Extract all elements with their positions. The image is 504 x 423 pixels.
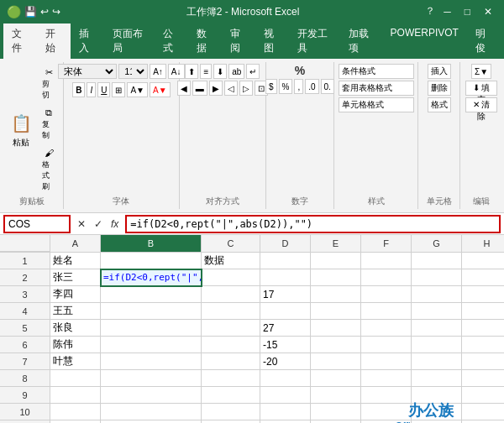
cell-e1[interactable] xyxy=(311,253,361,269)
col-header-a[interactable]: A xyxy=(50,235,101,252)
quick-access-save[interactable]: 💾 xyxy=(24,6,37,18)
cell-d6[interactable]: -15 xyxy=(260,337,311,353)
cell[interactable] xyxy=(462,370,504,387)
cell[interactable] xyxy=(50,370,101,387)
col-header-b[interactable]: B xyxy=(101,235,202,252)
cell-h7[interactable] xyxy=(462,353,504,370)
sum-button[interactable]: Σ▼ xyxy=(471,64,491,79)
cell-c1[interactable]: 数据 xyxy=(202,253,260,269)
decrease-decimal-button[interactable]: 0. xyxy=(321,79,334,94)
cell[interactable] xyxy=(260,370,311,387)
cell-e4[interactable] xyxy=(311,303,361,320)
align-right-button[interactable]: ▶ xyxy=(209,81,223,96)
font-color-button[interactable]: A▼ xyxy=(150,82,171,97)
increase-indent-button[interactable]: ▷ xyxy=(239,81,253,96)
cell-a3[interactable]: 李四 xyxy=(50,286,101,303)
cell-b5[interactable] xyxy=(101,320,202,337)
cell-d4[interactable] xyxy=(260,303,311,320)
cell-f2[interactable] xyxy=(361,269,412,286)
cell-e2[interactable] xyxy=(311,269,361,286)
cell[interactable] xyxy=(101,404,202,420)
cell-g3[interactable] xyxy=(412,286,462,303)
cell-a6[interactable]: 陈伟 xyxy=(50,337,101,353)
cell[interactable] xyxy=(462,404,504,420)
decrease-indent-button[interactable]: ◁ xyxy=(224,81,238,96)
cell-c6[interactable] xyxy=(202,337,260,353)
cell[interactable] xyxy=(101,370,202,387)
minimize-button[interactable]: ─ xyxy=(438,4,456,19)
percent-button[interactable]: % xyxy=(279,79,293,94)
cell-b7[interactable] xyxy=(101,353,202,370)
cell-c2[interactable] xyxy=(202,269,260,286)
cell[interactable] xyxy=(412,404,462,420)
align-middle-button[interactable]: ≡ xyxy=(200,64,212,79)
wrap-text-button[interactable]: ↵ xyxy=(246,64,260,79)
help-icon[interactable]: ？ xyxy=(425,4,435,19)
col-header-f[interactable]: F xyxy=(361,235,412,252)
cell[interactable] xyxy=(260,387,311,404)
col-header-d[interactable]: D xyxy=(260,235,311,252)
quick-access-redo[interactable]: ↪ xyxy=(52,6,60,18)
cell-a7[interactable]: 叶慧 xyxy=(50,353,101,370)
cell-e7[interactable] xyxy=(311,353,361,370)
cell[interactable] xyxy=(311,387,361,404)
cell-d7[interactable]: -20 xyxy=(260,353,311,370)
cell[interactable] xyxy=(202,370,260,387)
insert-cells-button[interactable]: 插入 xyxy=(428,64,451,79)
name-box[interactable]: COS xyxy=(3,215,71,233)
cell[interactable] xyxy=(412,370,462,387)
cell-d2[interactable] xyxy=(260,269,311,286)
cell[interactable] xyxy=(361,404,412,420)
conditional-format-button[interactable]: 条件格式 xyxy=(339,64,414,79)
cell-h4[interactable] xyxy=(462,303,504,320)
align-top-button[interactable]: ⬆ xyxy=(185,64,198,79)
cell[interactable] xyxy=(311,404,361,420)
copy-button[interactable]: ⧉ 复制 xyxy=(39,104,58,143)
tab-data[interactable]: 数据 xyxy=(188,24,222,59)
cut-button[interactable]: ✂ 剪切 xyxy=(39,64,58,102)
align-bottom-button[interactable]: ⬇ xyxy=(213,64,227,79)
cell-c3[interactable] xyxy=(202,286,260,303)
cell-d5[interactable]: 27 xyxy=(260,320,311,337)
bold-button[interactable]: B xyxy=(72,82,85,97)
cell-f4[interactable] xyxy=(361,303,412,320)
cell-a5[interactable]: 张良 xyxy=(50,320,101,337)
cell-f7[interactable] xyxy=(361,353,412,370)
cell-h2[interactable] xyxy=(462,269,504,286)
cell-a1[interactable]: 姓名 xyxy=(50,253,101,269)
fill-color-button[interactable]: A▼ xyxy=(127,82,148,97)
clear-button[interactable]: ✕ 清除 xyxy=(465,97,497,112)
align-left-button[interactable]: ◀ xyxy=(177,81,191,96)
cell[interactable] xyxy=(260,404,311,420)
tab-developer[interactable]: 开发工具 xyxy=(289,24,339,59)
cell-b2[interactable]: =if(D2<0,rept("|",abs(D2),"") IF(logical… xyxy=(101,269,202,286)
text-direction-button[interactable]: ab xyxy=(228,64,244,79)
border-button[interactable]: ⊞ xyxy=(112,82,125,97)
cell-e3[interactable] xyxy=(311,286,361,303)
cell-c4[interactable] xyxy=(202,303,260,320)
font-size-select[interactable]: 11 xyxy=(118,64,148,79)
cell-e6[interactable] xyxy=(311,337,361,353)
tab-addins[interactable]: 加载项 xyxy=(340,24,382,59)
cell-g7[interactable] xyxy=(412,353,462,370)
maximize-button[interactable]: □ xyxy=(459,4,475,19)
tab-view[interactable]: 视图 xyxy=(255,24,289,59)
cell-b3[interactable] xyxy=(101,286,202,303)
cell-c5[interactable] xyxy=(202,320,260,337)
tab-file[interactable]: 文件 xyxy=(3,24,37,59)
tab-insert[interactable]: 插入 xyxy=(71,24,104,59)
accounting-button[interactable]: $ xyxy=(265,79,277,94)
cell-g6[interactable] xyxy=(412,337,462,353)
italic-button[interactable]: I xyxy=(87,82,96,97)
quick-access-undo[interactable]: ↩ xyxy=(40,6,49,18)
confirm-formula-button[interactable]: ✓ xyxy=(91,217,106,232)
cell-g1[interactable] xyxy=(412,253,462,269)
cell-d3[interactable]: 17 xyxy=(260,286,311,303)
align-center-button[interactable]: ▬ xyxy=(192,81,207,96)
tab-layout[interactable]: 页面布局 xyxy=(104,24,155,59)
cell-h6[interactable] xyxy=(462,337,504,353)
cell-f5[interactable] xyxy=(361,320,412,337)
formula-input[interactable]: =if(D2<0,rept("|",abs(D2)),"") xyxy=(125,215,501,233)
col-header-g[interactable]: G xyxy=(412,235,462,252)
fill-button[interactable]: ⬇ 填充 xyxy=(465,81,497,96)
